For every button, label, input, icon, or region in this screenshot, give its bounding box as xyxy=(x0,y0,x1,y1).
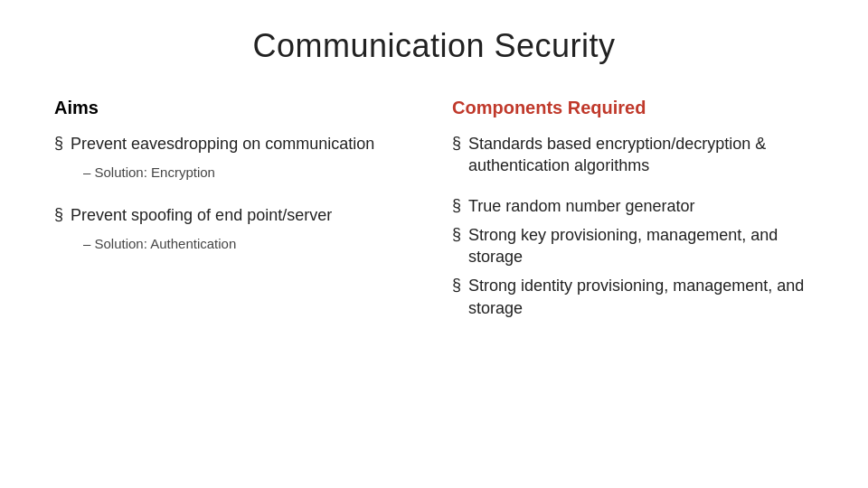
aims-bullet-2-text: Prevent spoofing of end point/server xyxy=(71,204,332,226)
components-bullet-2-text: True random number generator xyxy=(468,195,694,217)
components-bullet-4: § Strong identity provisioning, manageme… xyxy=(452,275,814,319)
aims-bullet-2: § Prevent spoofing of end point/server xyxy=(54,204,416,226)
components-bullet-1-symbol: § xyxy=(452,134,461,153)
content-area: Aims § Prevent eavesdropping on communic… xyxy=(54,98,814,452)
components-bullet-2: § True random number generator xyxy=(452,195,814,217)
slide-title: Communication Security xyxy=(54,27,814,65)
aims-bullet-1-text: Prevent eavesdropping on communication xyxy=(71,133,374,155)
components-bullet-3-text: Strong key provisioning, management, and… xyxy=(468,224,814,268)
aims-bullet-1-symbol: § xyxy=(54,134,63,153)
aims-sub-text-1: – Solution: Encryption xyxy=(83,164,215,182)
components-bullet-1-text: Standards based encryption/decryption & … xyxy=(468,133,814,177)
aims-bullet-1: § Prevent eavesdropping on communication xyxy=(54,133,416,155)
components-bullet-3: § Strong key provisioning, management, a… xyxy=(452,224,814,268)
components-bullet-4-text: Strong identity provisioning, management… xyxy=(468,275,814,319)
aims-sub-bullet-1: – Solution: Encryption xyxy=(78,164,416,182)
aims-column: Aims § Prevent eavesdropping on communic… xyxy=(54,98,416,452)
components-bullet-3-symbol: § xyxy=(452,225,461,244)
aims-sub-bullet-2: – Solution: Authentication xyxy=(78,235,416,253)
components-header: Components Required xyxy=(452,98,814,118)
aims-header: Aims xyxy=(54,98,416,118)
components-bullet-4-symbol: § xyxy=(452,276,461,295)
components-bullet-2-symbol: § xyxy=(452,196,461,215)
aims-sub-text-2: – Solution: Authentication xyxy=(83,235,236,253)
components-column: Components Required § Standards based en… xyxy=(452,98,814,452)
slide: Communication Security Aims § Prevent ea… xyxy=(0,0,868,488)
aims-bullet-2-symbol: § xyxy=(54,205,63,224)
components-bullet-1: § Standards based encryption/decryption … xyxy=(452,133,814,177)
